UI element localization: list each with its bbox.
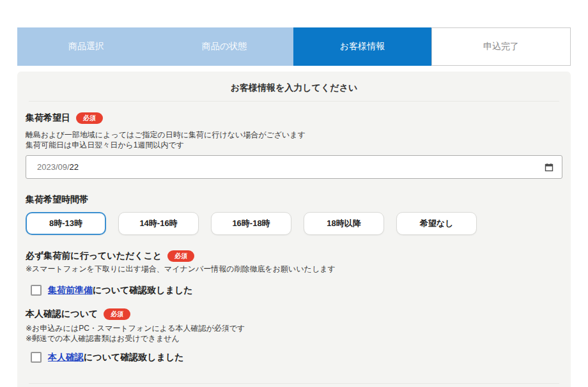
time-option-label: 8時-13時 [49, 218, 82, 229]
pickup-date-note-2: 集荷可能日は申込日翌々日から1週間以内です [26, 140, 562, 150]
pre-pickup-link[interactable]: 集荷前準備 [48, 285, 93, 295]
tab-complete[interactable]: 申込完了 [431, 27, 571, 66]
pre-pickup-confirm-row: 集荷前準備について確認致しました [31, 284, 562, 296]
pickup-date-label: 集荷希望日 [26, 112, 70, 124]
pickup-date-notes: 離島および一部地域によってはご指定の日時に集荷に行けない場合がございます 集荷可… [26, 130, 562, 150]
customer-info-panel: お客様情報を入力してください 集荷希望日 必須 離島および一部地域によってはご指… [17, 72, 571, 387]
time-option-label: 14時-16時 [139, 218, 177, 229]
divider [29, 101, 559, 102]
time-option-label: 16時-18時 [232, 218, 270, 229]
time-slot-section-header: 集荷希望時間帯 [26, 194, 562, 206]
divider [29, 383, 559, 384]
time-option-8-13[interactable]: 8時-13時 [26, 212, 106, 235]
panel-heading: お客様情報を入力してください [26, 72, 562, 93]
identity-note-2: ※郵送での本人確認書類はお受けできません [26, 333, 562, 344]
pickup-date-value-day: 22 [70, 162, 79, 172]
time-slot-options: 8時-13時 14時-16時 16時-18時 18時以降 希望なし [26, 212, 562, 235]
pre-pickup-checkbox[interactable] [31, 285, 42, 296]
time-option-label: 希望なし [420, 218, 454, 229]
pre-pickup-confirm-label: 集荷前準備について確認致しました [48, 284, 193, 296]
required-badge: 必須 [104, 308, 130, 320]
pre-pickup-note: ※スマートフォンを下取りに出す場合、マイナンバー情報の削除徹底をお願いいたします [26, 264, 562, 274]
time-option-14-16[interactable]: 14時-16時 [118, 212, 199, 235]
pickup-date-section-header: 集荷希望日 必須 [26, 112, 562, 124]
pickup-date-note-1: 離島および一部地域によってはご指定の日時に集荷に行けない場合がございます [26, 130, 562, 140]
tab-label: 商品選択 [68, 41, 104, 52]
identity-confirm-text: について確認致しました [84, 352, 184, 362]
tab-product-condition[interactable]: 商品の状態 [155, 27, 293, 66]
identity-confirm-row: 本人確認について確認致しました [31, 351, 562, 363]
calendar-icon[interactable] [545, 163, 553, 172]
time-option-label: 18時以降 [327, 218, 360, 229]
tab-label: 商品の状態 [202, 41, 247, 52]
time-slot-label: 集荷希望時間帯 [26, 194, 88, 206]
identity-confirm-label: 本人確認について確認致しました [48, 351, 184, 363]
pre-pickup-confirm-text: について確認致しました [93, 285, 193, 295]
required-badge: 必須 [76, 112, 103, 124]
required-badge: 必須 [167, 250, 194, 262]
identity-link[interactable]: 本人確認 [48, 352, 84, 362]
identity-section-header: 本人確認について 必須 [26, 308, 562, 320]
tab-product-select[interactable]: 商品選択 [17, 27, 155, 66]
pre-pickup-label: 必ず集荷前に行っていただくこと [26, 250, 162, 262]
time-option-16-18[interactable]: 16時-18時 [211, 212, 291, 235]
time-option-none[interactable]: 希望なし [396, 212, 477, 235]
identity-notes: ※お申込みにはPC・スマートフォンによる本人確認が必須です ※郵送での本人確認書… [26, 323, 562, 344]
identity-note-1: ※お申込みにはPC・スマートフォンによる本人確認が必須です [26, 323, 562, 333]
identity-label: 本人確認について [26, 308, 98, 320]
identity-checkbox[interactable] [31, 352, 42, 363]
tab-customer-info[interactable]: お客様情報 [293, 27, 431, 66]
tab-label: 申込完了 [483, 41, 519, 52]
step-tabs: 商品選択 商品の状態 お客様情報 申込完了 [17, 27, 571, 66]
time-option-after-18[interactable]: 18時以降 [304, 212, 384, 235]
pickup-date-value-prefix: 2023/09/ [37, 162, 70, 172]
tab-label: お客様情報 [340, 41, 385, 52]
pickup-date-input[interactable]: 2023/09/ 22 [26, 155, 562, 179]
pre-pickup-section-header: 必ず集荷前に行っていただくこと 必須 [26, 250, 562, 262]
